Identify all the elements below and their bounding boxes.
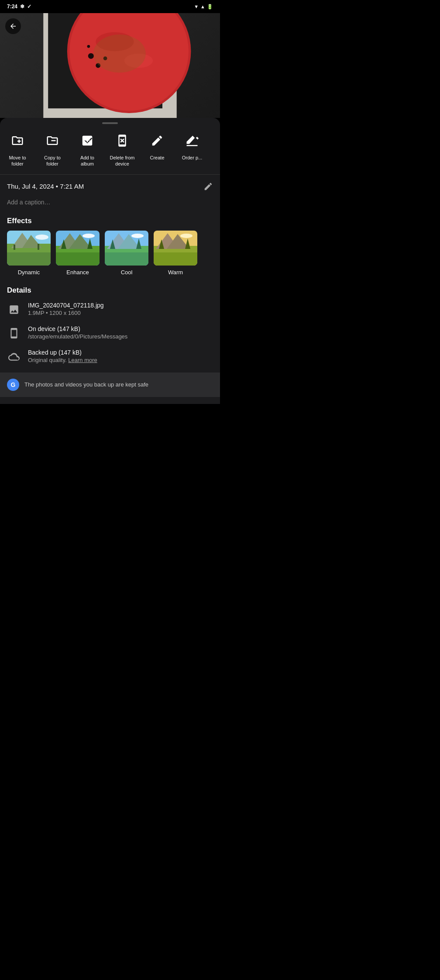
copy-folder-icon bbox=[42, 130, 63, 151]
move-to-folder-label: Move tofolder bbox=[9, 155, 26, 167]
svg-rect-11 bbox=[52, 140, 56, 141]
battery-icon: 🔋 bbox=[207, 4, 213, 10]
actions-row: Move tofolder Copy tofolder Add toalbum bbox=[0, 127, 220, 174]
status-time: 7:24 bbox=[7, 3, 17, 10]
resolution: 1.9MP • 1200 x 1600 bbox=[28, 310, 104, 316]
create-label: Create bbox=[150, 155, 164, 161]
move-folder-icon bbox=[7, 130, 28, 151]
delete-device-icon bbox=[112, 130, 133, 151]
effect-cool[interactable]: Cool bbox=[105, 231, 148, 276]
on-device-text: On device (147 kB) bbox=[28, 325, 127, 332]
effect-dynamic-thumb bbox=[7, 231, 51, 266]
effect-warm[interactable]: Warm bbox=[154, 231, 197, 276]
back-button[interactable] bbox=[5, 18, 21, 34]
effects-section: Effects bbox=[0, 213, 220, 283]
caption-placeholder: Add a caption… bbox=[7, 199, 51, 206]
effect-warm-thumb bbox=[154, 231, 197, 266]
effect-cool-thumb bbox=[105, 231, 148, 266]
svg-point-21 bbox=[35, 235, 48, 240]
photo-area bbox=[0, 13, 220, 118]
details-title: Details bbox=[7, 286, 213, 295]
drag-handle-bar bbox=[102, 122, 118, 124]
status-bar: 7:24 ❄ ✓ ▼ ▲ 🔋 bbox=[0, 0, 220, 13]
svg-rect-19 bbox=[14, 245, 15, 250]
effect-warm-label: Warm bbox=[168, 269, 183, 276]
backed-up-text: Backed up (147 kB) bbox=[28, 349, 97, 356]
drag-handle bbox=[0, 118, 220, 127]
caption-area[interactable]: Add a caption… bbox=[0, 198, 220, 213]
svg-point-6 bbox=[88, 53, 94, 59]
detail-text-device: On device (147 kB) /storage/emulated/0/P… bbox=[28, 325, 127, 340]
effect-enhance-label: Enhance bbox=[66, 269, 89, 276]
backup-quality-text: Original quality. bbox=[28, 357, 67, 363]
action-move-to-folder[interactable]: Move tofolder bbox=[0, 130, 35, 167]
action-order-print[interactable]: Order p... bbox=[175, 130, 210, 167]
edit-date-icon[interactable] bbox=[203, 182, 213, 191]
effect-enhance[interactable]: Enhance bbox=[56, 231, 100, 276]
action-delete-from-device[interactable]: Delete fromdevice bbox=[105, 130, 140, 167]
svg-point-37 bbox=[131, 234, 144, 238]
check-icon: ✓ bbox=[27, 3, 31, 10]
date-section: Thu, Jul 4, 2024 • 7:21 AM bbox=[0, 175, 220, 198]
add-to-album-label: Add toalbum bbox=[80, 155, 94, 167]
detail-row-device: On device (147 kB) /storage/emulated/0/P… bbox=[7, 325, 213, 340]
svg-point-45 bbox=[180, 234, 192, 238]
bottom-banner: G The photos and videos you back up are … bbox=[0, 373, 220, 397]
effect-cool-label: Cool bbox=[121, 269, 133, 276]
google-icon: G bbox=[7, 379, 19, 391]
details-section: Details IMG_20240704_072118.jpg 1.9MP • … bbox=[0, 283, 220, 364]
snowflake-icon: ❄ bbox=[20, 3, 24, 10]
detail-row-file: IMG_20240704_072118.jpg 1.9MP • 1200 x 1… bbox=[7, 302, 213, 317]
cloud-icon bbox=[7, 350, 21, 364]
effects-title: Effects bbox=[0, 213, 220, 231]
order-print-label: Order p... bbox=[182, 155, 202, 161]
create-icon bbox=[147, 130, 168, 151]
effect-dynamic-label: Dynamic bbox=[18, 269, 40, 276]
add-album-icon bbox=[77, 130, 98, 151]
effect-dynamic[interactable]: Dynamic bbox=[7, 231, 51, 276]
detail-row-backup: Backed up (147 kB) Original quality. Lea… bbox=[7, 349, 213, 364]
device-icon bbox=[7, 326, 21, 340]
effect-enhance-thumb bbox=[56, 231, 100, 266]
detail-text-file: IMG_20240704_072118.jpg 1.9MP • 1200 x 1… bbox=[28, 302, 104, 316]
filename: IMG_20240704_072118.jpg bbox=[28, 302, 104, 309]
signal-icon: ▲ bbox=[200, 4, 205, 9]
order-print-icon bbox=[182, 130, 203, 151]
storage-path: /storage/emulated/0/Pictures/Messages bbox=[28, 333, 127, 340]
svg-rect-20 bbox=[38, 244, 39, 250]
status-left: 7:24 ❄ ✓ bbox=[7, 3, 31, 10]
google-letter: G bbox=[11, 381, 16, 388]
backup-quality: Original quality. Learn more bbox=[28, 357, 97, 363]
svg-point-29 bbox=[82, 234, 95, 238]
svg-point-10 bbox=[93, 35, 146, 72]
bottom-sheet: Move tofolder Copy tofolder Add toalbum bbox=[0, 118, 220, 404]
action-copy-to-folder[interactable]: Copy tofolder bbox=[35, 130, 70, 167]
action-add-to-album[interactable]: Add toalbum bbox=[70, 130, 105, 167]
date-text: Thu, Jul 4, 2024 • 7:21 AM bbox=[7, 183, 84, 190]
svg-point-9 bbox=[87, 45, 90, 48]
action-create[interactable]: Create bbox=[140, 130, 175, 167]
detail-text-backup: Backed up (147 kB) Original quality. Lea… bbox=[28, 349, 97, 363]
image-file-icon bbox=[7, 303, 21, 317]
effects-row: Dynamic Enhance bbox=[0, 231, 220, 283]
learn-more-link[interactable]: Learn more bbox=[68, 357, 97, 363]
delete-from-device-label: Delete fromdevice bbox=[110, 155, 135, 167]
artwork-image bbox=[0, 13, 220, 118]
wifi-icon: ▼ bbox=[194, 4, 199, 9]
status-right: ▼ ▲ 🔋 bbox=[194, 4, 213, 10]
copy-to-folder-label: Copy tofolder bbox=[44, 155, 61, 167]
banner-text: The photos and videos you back up are ke… bbox=[24, 381, 148, 388]
